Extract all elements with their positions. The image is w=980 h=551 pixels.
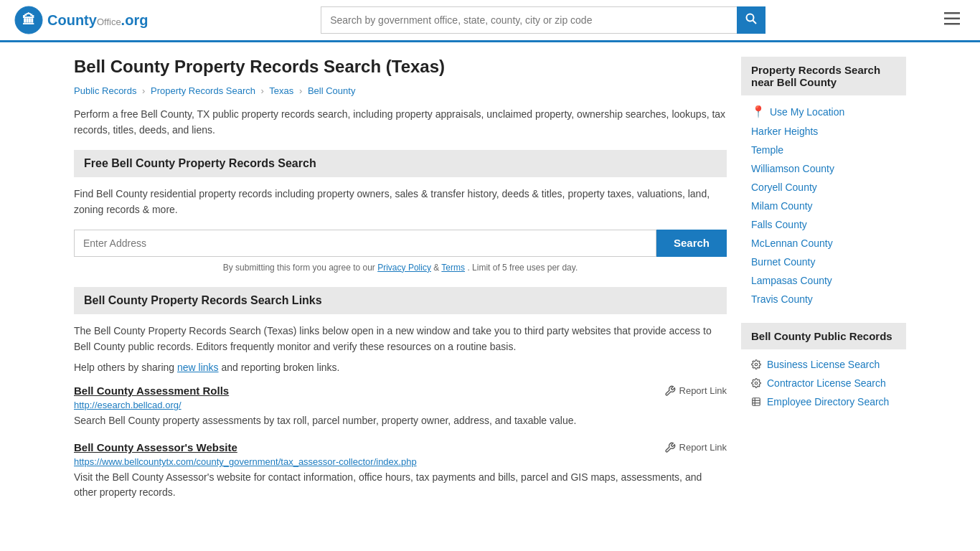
- page-title: Bell County Property Records Search (Tex…: [74, 57, 727, 77]
- privacy-policy-link[interactable]: Privacy Policy: [377, 263, 431, 273]
- assessor-website-url[interactable]: https://www.bellcountytx.com/county_gove…: [74, 456, 727, 467]
- svg-rect-5: [944, 18, 960, 20]
- header-search-bar: [321, 6, 765, 34]
- assessor-website-title[interactable]: Bell County Assessor's Website: [74, 441, 237, 453]
- sidebar-item-falls-county[interactable]: Falls County: [741, 215, 906, 234]
- assessment-rolls-desc: Search Bell County property assessments …: [74, 413, 727, 428]
- search-form-row: Search: [74, 230, 727, 257]
- record-item-header: Bell County Assessment Rolls Report Link: [74, 385, 727, 397]
- breadcrumb-bell-county[interactable]: Bell County: [308, 85, 355, 96]
- share-links-text: Help others by sharing new links and rep…: [74, 362, 727, 373]
- logo[interactable]: 🏛 CountyOffice.org: [14, 6, 148, 34]
- sidebar-item-williamson-county[interactable]: Williamson County: [741, 159, 906, 178]
- content-area: Bell County Property Records Search (Tex…: [74, 57, 727, 513]
- logo-icon: 🏛: [14, 6, 43, 34]
- sidebar: Property Records Search near Bell County…: [741, 57, 906, 513]
- contractor-license-search-link[interactable]: Contractor License Search: [767, 377, 886, 389]
- sidebar-item-milam-county[interactable]: Milam County: [741, 197, 906, 215]
- assessor-website-desc: Visit the Bell County Assessor's website…: [74, 470, 727, 500]
- sidebar-item-mclennan-county[interactable]: McLennan County: [741, 234, 906, 253]
- svg-text:🏛: 🏛: [22, 12, 35, 27]
- new-links-link[interactable]: new links: [177, 362, 219, 373]
- sidebar-public-records-title: Bell County Public Records: [741, 323, 906, 349]
- record-item-header-2: Bell County Assessor's Website Report Li…: [74, 441, 727, 453]
- assessment-rolls-title[interactable]: Bell County Assessment Rolls: [74, 385, 229, 397]
- address-search-button[interactable]: Search: [656, 230, 727, 257]
- sidebar-item-burnet-county[interactable]: Burnet County: [741, 253, 906, 271]
- breadcrumb-property-records-search[interactable]: Property Records Search: [151, 85, 255, 96]
- terms-link[interactable]: Terms: [441, 263, 465, 273]
- header-search-input[interactable]: [321, 6, 737, 34]
- links-section-header: Bell County Property Records Search Link…: [74, 287, 727, 314]
- use-my-location[interactable]: 📍 Use My Location: [741, 101, 906, 122]
- site-header: 🏛 CountyOffice.org: [0, 0, 980, 42]
- report-link-btn-1[interactable]: Report Link: [664, 385, 727, 397]
- svg-point-7: [755, 363, 758, 366]
- gear-icon-business: [751, 359, 761, 369]
- svg-point-2: [747, 14, 754, 22]
- sidebar-item-travis-county[interactable]: Travis County: [741, 290, 906, 309]
- wrench-icon-2: [664, 442, 676, 453]
- breadcrumb-texas[interactable]: Texas: [269, 85, 293, 96]
- sidebar-nearby-title: Property Records Search near Bell County: [741, 57, 906, 95]
- location-pin-icon: 📍: [751, 105, 765, 118]
- sidebar-item-coryell-county[interactable]: Coryell County: [741, 178, 906, 197]
- svg-rect-6: [944, 23, 960, 25]
- links-section: Bell County Property Records Search Link…: [74, 287, 727, 501]
- form-disclaimer: By submitting this form you agree to our…: [74, 263, 727, 273]
- breadcrumb-public-records[interactable]: Public Records: [74, 85, 136, 96]
- page-description: Perform a free Bell County, TX public pr…: [74, 106, 727, 138]
- svg-rect-9: [753, 398, 760, 406]
- hamburger-icon: [944, 12, 960, 25]
- assessment-rolls-url[interactable]: http://esearch.bellcad.org/: [74, 400, 727, 410]
- breadcrumb: Public Records › Property Records Search…: [74, 85, 727, 96]
- sidebar-item-contractor-license[interactable]: Contractor License Search: [741, 374, 906, 392]
- main-container: Bell County Property Records Search (Tex…: [60, 42, 920, 527]
- logo-text: CountyOffice.org: [47, 12, 148, 29]
- sidebar-item-harker-heights[interactable]: Harker Heights: [741, 122, 906, 141]
- record-item-assessor-website: Bell County Assessor's Website Report Li…: [74, 441, 727, 500]
- links-description: The Bell County Property Records Search …: [74, 323, 727, 355]
- list-icon-employee: [751, 397, 761, 407]
- wrench-icon: [664, 385, 676, 397]
- report-link-btn-2[interactable]: Report Link: [664, 442, 727, 453]
- search-icon: [745, 13, 757, 24]
- svg-rect-4: [944, 12, 960, 14]
- sidebar-nearby-section: Property Records Search near Bell County…: [741, 57, 906, 309]
- sidebar-item-temple[interactable]: Temple: [741, 141, 906, 159]
- svg-line-3: [753, 21, 757, 24]
- sidebar-item-business-license[interactable]: Business License Search: [741, 355, 906, 374]
- employee-directory-search-link[interactable]: Employee Directory Search: [767, 396, 889, 408]
- sidebar-item-lampasas-county[interactable]: Lampasas County: [741, 271, 906, 290]
- free-search-description: Find Bell County residential property re…: [74, 186, 727, 218]
- record-item-assessment-rolls: Bell County Assessment Rolls Report Link…: [74, 385, 727, 428]
- sidebar-public-records-section: Bell County Public Records Business Lice…: [741, 323, 906, 411]
- business-license-search-link[interactable]: Business License Search: [767, 359, 880, 370]
- svg-point-8: [755, 382, 758, 385]
- sidebar-item-employee-directory[interactable]: Employee Directory Search: [741, 392, 906, 411]
- use-my-location-link[interactable]: Use My Location: [770, 106, 844, 118]
- address-search-form: Search By submitting this form you agree…: [74, 230, 727, 273]
- hamburger-menu[interactable]: [938, 8, 966, 32]
- address-input[interactable]: [74, 230, 656, 257]
- free-search-section-header: Free Bell County Property Records Search: [74, 150, 727, 177]
- header-search-button[interactable]: [737, 6, 765, 34]
- gear-icon-contractor: [751, 378, 761, 388]
